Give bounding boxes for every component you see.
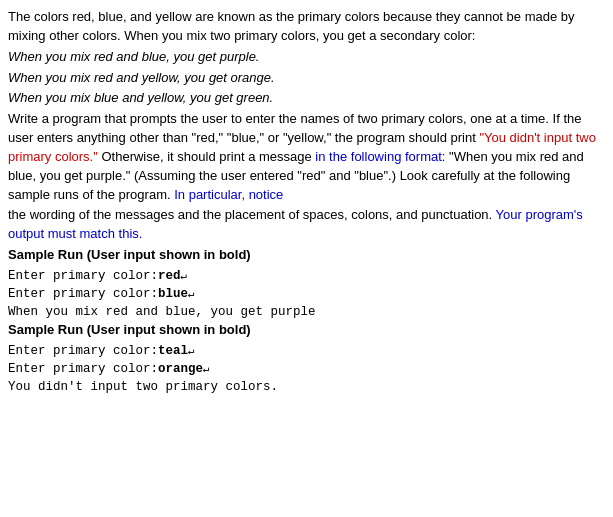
- return-4: ↵: [203, 363, 210, 375]
- user-input-orange: orange: [158, 362, 203, 376]
- sample-run-2-line-3: You didn't input two primary colors.: [8, 378, 605, 396]
- blue-text-3: Your program's output must match this.: [8, 207, 583, 241]
- return-3: ↵: [188, 345, 195, 357]
- blue-text-1: in the following format:: [315, 149, 445, 164]
- sample-run-2-line-1: Enter primary color:teal↵: [8, 342, 605, 360]
- user-input-red: red: [158, 269, 181, 283]
- description-paragraph-2: the wording of the messages and the plac…: [8, 206, 605, 244]
- italic-line-2: When you mix red and yellow, you get ora…: [8, 69, 605, 88]
- sample-run-1-line-1: Enter primary color:red↵: [8, 267, 605, 285]
- return-2: ↵: [188, 288, 195, 300]
- italic-line-3: When you mix blue and yellow, you get gr…: [8, 89, 605, 108]
- return-1: ↵: [181, 270, 188, 282]
- sample-run-2-heading: Sample Run (User input shown in bold): [8, 321, 605, 340]
- sample-run-1-line-2: Enter primary color:blue↵: [8, 285, 605, 303]
- blue-text-2: In particular, notice: [174, 187, 283, 202]
- main-content: The colors red, blue, and yellow are kno…: [8, 8, 605, 397]
- user-input-blue: blue: [158, 287, 188, 301]
- italic-line-1: When you mix red and blue, you get purpl…: [8, 48, 605, 67]
- user-input-teal: teal: [158, 344, 188, 358]
- sample-run-1-heading: Sample Run (User input shown in bold): [8, 246, 605, 265]
- red-text-1: "You didn't input two primary colors.": [8, 130, 596, 164]
- sample-run-1-line-3: When you mix red and blue, you get purpl…: [8, 303, 605, 321]
- intro-paragraph: The colors red, blue, and yellow are kno…: [8, 8, 605, 46]
- description-paragraph: Write a program that prompts the user to…: [8, 110, 605, 204]
- sample-run-2-line-2: Enter primary color:orange↵: [8, 360, 605, 378]
